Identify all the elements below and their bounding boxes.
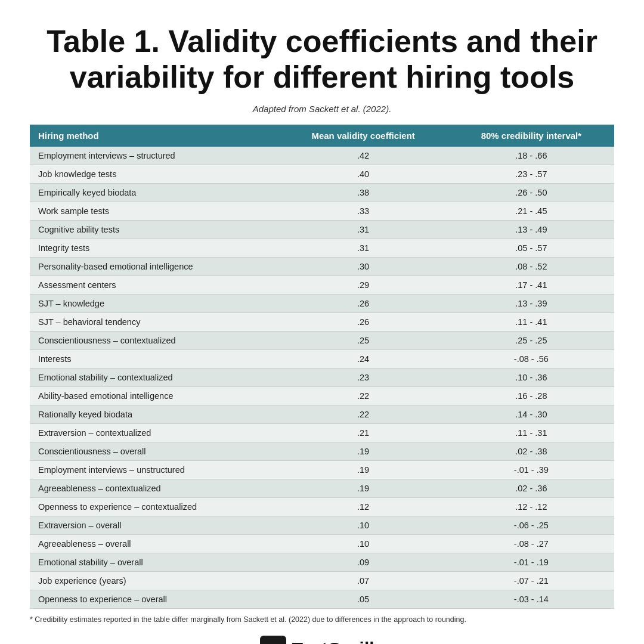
subtitle: Adapted from Sackett et al. (2022). (253, 104, 392, 114)
cell-interval: -.08 - .27 (448, 534, 614, 553)
table-row: Work sample tests.33.21 - .45 (30, 202, 614, 220)
cell-mean: .10 (278, 516, 448, 534)
page-title: Table 1. Validity coefficients and their… (30, 24, 614, 95)
cell-interval: -.01 - .19 (448, 553, 614, 571)
col-header-mean: Mean validity coefficient (278, 125, 448, 147)
cell-interval: .08 - .52 (448, 257, 614, 275)
cell-interval: .12 - .12 (448, 497, 614, 516)
table-row: Integrity tests.31.05 - .57 (30, 239, 614, 257)
cell-method: Personality-based emotional intelligence (30, 257, 278, 275)
cell-method: Employment interviews – structured (30, 147, 278, 165)
table-row: Ability-based emotional intelligence.22.… (30, 386, 614, 405)
cell-method: Job knowledge tests (30, 165, 278, 183)
table-row: Openness to experience – contextualized.… (30, 497, 614, 516)
cell-method: Agreeableness – overall (30, 534, 278, 553)
cell-mean: .09 (278, 553, 448, 571)
table-row: Rationally keyed biodata.22.14 - .30 (30, 405, 614, 423)
table-row: Cognitive ability tests.31.13 - .49 (30, 220, 614, 239)
cell-method: SJT – behavioral tendency (30, 312, 278, 331)
cell-mean: .22 (278, 386, 448, 405)
cell-method: Integrity tests (30, 239, 278, 257)
cell-method: SJT – knowledge (30, 294, 278, 312)
cell-method: Interests (30, 349, 278, 368)
cell-interval: .05 - .57 (448, 239, 614, 257)
testgorilla-logo-icon (260, 636, 286, 644)
table-row: Conscientiousness – overall.19.02 - .38 (30, 442, 614, 460)
cell-mean: .25 (278, 331, 448, 349)
table-row: Employment interviews – structured.42.18… (30, 147, 614, 165)
table-row: Empirically keyed biodata.38.26 - .50 (30, 183, 614, 202)
table-row: Personality-based emotional intelligence… (30, 257, 614, 275)
cell-mean: .38 (278, 183, 448, 202)
cell-mean: .19 (278, 479, 448, 497)
cell-method: Work sample tests (30, 202, 278, 220)
cell-interval: .13 - .39 (448, 294, 614, 312)
cell-interval: .23 - .57 (448, 165, 614, 183)
cell-mean: .26 (278, 312, 448, 331)
cell-method: Conscientiousness – overall (30, 442, 278, 460)
cell-interval: .17 - .41 (448, 275, 614, 294)
table-row: Employment interviews – unstructured.19-… (30, 460, 614, 479)
table-row: Job experience (years).07-.07 - .21 (30, 571, 614, 590)
cell-method: Assessment centers (30, 275, 278, 294)
cell-interval: .11 - .41 (448, 312, 614, 331)
cell-mean: .30 (278, 257, 448, 275)
table-row: SJT – behavioral tendency.26.11 - .41 (30, 312, 614, 331)
table-row: Emotional stability – contextualized.23.… (30, 368, 614, 386)
cell-mean: .10 (278, 534, 448, 553)
cell-method: Employment interviews – unstructured (30, 460, 278, 479)
cell-interval: .16 - .28 (448, 386, 614, 405)
cell-mean: .31 (278, 239, 448, 257)
table-row: Interests.24-.08 - .56 (30, 349, 614, 368)
cell-method: Openness to experience – contextualized (30, 497, 278, 516)
table-row: Agreeableness – overall.10-.08 - .27 (30, 534, 614, 553)
cell-interval: .02 - .36 (448, 479, 614, 497)
cell-mean: .29 (278, 275, 448, 294)
validity-table: Hiring method Mean validity coefficient … (30, 125, 614, 609)
cell-interval: .18 - .66 (448, 147, 614, 165)
cell-mean: .26 (278, 294, 448, 312)
cell-mean: .07 (278, 571, 448, 590)
cell-mean: .05 (278, 590, 448, 608)
table-footnote: * Credibility estimates reported in the … (30, 615, 466, 626)
col-header-interval: 80% credibility interval* (448, 125, 614, 147)
cell-method: Emotional stability – overall (30, 553, 278, 571)
cell-method: Extraversion – contextualized (30, 423, 278, 442)
table-row: Conscientiousness – contextualized.25.25… (30, 331, 614, 349)
cell-mean: .21 (278, 423, 448, 442)
page-container: Table 1. Validity coefficients and their… (0, 0, 644, 644)
cell-method: Rationally keyed biodata (30, 405, 278, 423)
logo-text: TestGorilla (292, 639, 385, 644)
cell-mean: .33 (278, 202, 448, 220)
table-row: Job knowledge tests.40.23 - .57 (30, 165, 614, 183)
logo-area: TestGorilla (260, 636, 385, 644)
cell-method: Openness to experience – overall (30, 590, 278, 608)
cell-mean: .40 (278, 165, 448, 183)
cell-method: Ability-based emotional intelligence (30, 386, 278, 405)
cell-mean: .42 (278, 147, 448, 165)
cell-interval: .25 - .25 (448, 331, 614, 349)
cell-mean: .19 (278, 460, 448, 479)
cell-mean: .19 (278, 442, 448, 460)
cell-method: Extraversion – overall (30, 516, 278, 534)
cell-interval: .21 - .45 (448, 202, 614, 220)
table-header-row: Hiring method Mean validity coefficient … (30, 125, 614, 147)
cell-method: Job experience (years) (30, 571, 278, 590)
cell-interval: -.01 - .39 (448, 460, 614, 479)
cell-mean: .24 (278, 349, 448, 368)
logo-text-bold: Gorilla (327, 639, 384, 644)
col-header-method: Hiring method (30, 125, 278, 147)
cell-interval: .14 - .30 (448, 405, 614, 423)
table-row: SJT – knowledge.26.13 - .39 (30, 294, 614, 312)
cell-method: Agreeableness – contextualized (30, 479, 278, 497)
table-row: Emotional stability – overall.09-.01 - .… (30, 553, 614, 571)
cell-method: Conscientiousness – contextualized (30, 331, 278, 349)
cell-mean: .31 (278, 220, 448, 239)
logo-text-plain: Test (292, 639, 327, 644)
cell-interval: .11 - .31 (448, 423, 614, 442)
cell-interval: .10 - .36 (448, 368, 614, 386)
cell-method: Empirically keyed biodata (30, 183, 278, 202)
table-row: Agreeableness – contextualized.19.02 - .… (30, 479, 614, 497)
cell-method: Cognitive ability tests (30, 220, 278, 239)
cell-interval: -.06 - .25 (448, 516, 614, 534)
